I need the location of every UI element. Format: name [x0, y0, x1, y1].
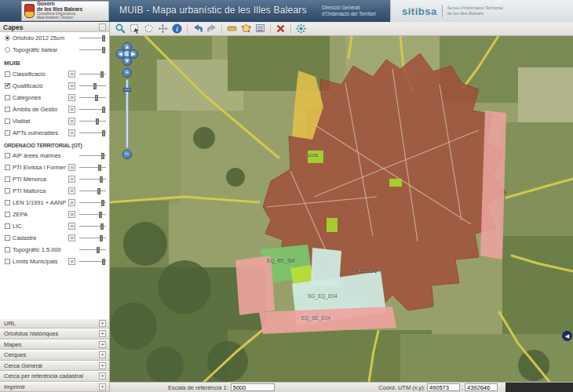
checkbox[interactable] [5, 130, 10, 136]
legend-expand-icon[interactable]: ≡ [68, 106, 75, 113]
legend-expand-icon[interactable]: ≡ [68, 223, 75, 230]
radio-topografic[interactable] [5, 47, 10, 53]
layer-qualificacio[interactable]: Qualificació ≡ [0, 80, 109, 92]
checkbox[interactable] [5, 259, 10, 264]
expand-plus-icon[interactable]: + [99, 320, 106, 327]
legend-expand-icon[interactable]: ≡ [68, 164, 75, 171]
opacity-slider[interactable] [79, 71, 106, 78]
layer-len[interactable]: LEN 1/1991 + AANP ≡ [0, 197, 109, 209]
legend-expand-icon[interactable]: ≡ [68, 94, 75, 101]
checkbox[interactable] [5, 71, 10, 77]
clear-selection-button[interactable] [275, 23, 286, 34]
layer-pti-mallorca[interactable]: PTI Mallorca ≡ [0, 185, 109, 197]
base-layer-topografic[interactable]: Topogràfic balear [0, 44, 109, 56]
legend-expand-icon[interactable]: ≡ [68, 211, 75, 218]
pan-button[interactable] [157, 23, 169, 34]
legend-expand-icon[interactable]: ≡ [68, 129, 75, 136]
scale-input[interactable] [231, 383, 275, 391]
opacity-slider[interactable] [79, 247, 106, 253]
expand-plus-icon[interactable]: + [99, 383, 106, 390]
zoom-box-button[interactable] [115, 23, 126, 34]
checkbox[interactable] [5, 95, 10, 100]
expand-plus-icon[interactable]: + [99, 330, 106, 337]
legend-expand-icon[interactable]: ≡ [68, 234, 75, 241]
capes-panel-header[interactable]: Capes ▫ [0, 22, 109, 32]
accordion-ortofotos-historiques[interactable]: Ortofotos històriques+ [0, 328, 109, 339]
checkbox[interactable] [5, 200, 10, 205]
checkbox[interactable] [5, 83, 10, 89]
panel-collapse-arrow-icon[interactable]: ◀ [562, 331, 572, 341]
layer-lic[interactable]: LIC ≡ [0, 220, 109, 232]
checkbox[interactable] [5, 235, 10, 241]
legend-expand-icon[interactable]: ≡ [68, 258, 75, 265]
base-layer-ortofoto[interactable]: Ortofoto 2012 25cm [0, 32, 109, 44]
accordion-cerca-general[interactable]: Cerca General+ [0, 361, 109, 372]
layer-pti-eivissa[interactable]: PTI Eivissa i Formentera ≡ [0, 162, 109, 173]
accordion-cerques[interactable]: Cerques+ [0, 350, 109, 361]
expand-plus-icon[interactable]: + [99, 351, 106, 358]
legend-expand-icon[interactable]: ≡ [68, 199, 75, 206]
layer-classificacio[interactable]: Classificació ≡ [0, 68, 109, 80]
opacity-slider[interactable] [79, 188, 106, 194]
opacity-slider[interactable] [79, 95, 106, 101]
layer-pti-menorca[interactable]: PTI Menorca ≡ [0, 173, 109, 185]
select-rectangle-button[interactable] [129, 23, 141, 34]
map-viewport[interactable]: SG05 EQ_RE_SM SG_EQ_E04 EQ_SE_E04 4.1b S… [110, 36, 573, 382]
coord-y-input[interactable] [465, 383, 498, 391]
next-view-button[interactable] [206, 23, 217, 34]
legend-expand-icon[interactable]: ≡ [68, 187, 75, 194]
opacity-slider[interactable] [79, 118, 106, 125]
opacity-slider[interactable] [79, 83, 106, 89]
layer-limits-municipals[interactable]: Límits Municipals ≡ [0, 256, 109, 267]
checkbox[interactable] [5, 118, 10, 124]
zoom-slider-handle[interactable] [123, 88, 131, 92]
legend-expand-icon[interactable]: ≡ [68, 176, 75, 183]
opacity-slider[interactable] [79, 35, 106, 42]
opacity-slider[interactable] [79, 223, 106, 230]
accordion-imprimir[interactable]: Imprimir+ [0, 382, 109, 392]
opacity-slider[interactable] [79, 200, 106, 206]
layer-vialitat[interactable]: Vialitat ≡ [0, 115, 109, 127]
coord-x-input[interactable] [427, 383, 460, 391]
legend-expand-icon[interactable]: ≡ [68, 71, 75, 78]
accordion-mapes[interactable]: Mapes+ [0, 339, 109, 350]
checkbox[interactable] [5, 223, 10, 229]
checkbox[interactable] [5, 107, 10, 112]
layer-cadastre[interactable]: Cadastre ≡ [0, 232, 109, 244]
settings-button[interactable] [295, 23, 307, 34]
opacity-slider[interactable] [79, 153, 106, 159]
opacity-slider[interactable] [79, 165, 106, 171]
accordion-cerca-cadastral[interactable]: Cerca per referència cadastral+ [0, 371, 109, 382]
panel-options-icon[interactable]: ▫ [99, 24, 106, 31]
accordion-url[interactable]: URL+ [0, 318, 109, 329]
measure-distance-button[interactable] [226, 23, 238, 34]
opacity-slider[interactable] [79, 176, 106, 183]
checkbox[interactable] [5, 188, 10, 194]
identify-info-button[interactable]: i [171, 23, 183, 34]
opacity-slider[interactable] [79, 47, 106, 53]
legend-expand-icon[interactable]: ≡ [68, 82, 75, 89]
checkbox[interactable] [5, 247, 10, 252]
layer-ambits-gestio[interactable]: Àmbits de Gestió ≡ [0, 103, 109, 115]
select-polygon-button[interactable] [143, 23, 155, 34]
pan-down-button[interactable]: ▼ [122, 56, 132, 66]
opacity-slider[interactable] [79, 235, 106, 241]
legend-expand-icon[interactable]: ≡ [68, 118, 75, 125]
layer-aip[interactable]: AIP àrees marines ≡ [0, 150, 109, 162]
measure-area-button[interactable] [240, 23, 252, 34]
layer-apts[interactable]: APTs vulnerables ≡ [0, 127, 109, 139]
sitibsa-logo[interactable]: sitibsa [402, 5, 437, 17]
zoom-out-button[interactable]: − [122, 150, 132, 159]
expand-plus-icon[interactable]: + [99, 372, 106, 379]
opacity-slider[interactable] [79, 130, 106, 136]
layer-topografic-ot[interactable]: Topogràfic 1:5.000 ≡ [0, 244, 109, 256]
layer-categories[interactable]: Categories ≡ [0, 92, 109, 103]
opacity-slider[interactable] [79, 212, 106, 218]
zoom-in-button[interactable]: + [122, 68, 132, 78]
checkbox[interactable] [5, 212, 10, 217]
expand-plus-icon[interactable]: + [99, 362, 106, 369]
opacity-slider[interactable] [79, 107, 106, 113]
layer-zepa[interactable]: ZEPA ≡ [0, 209, 109, 220]
radio-ortofoto[interactable] [5, 35, 10, 41]
checkbox[interactable] [5, 176, 10, 182]
